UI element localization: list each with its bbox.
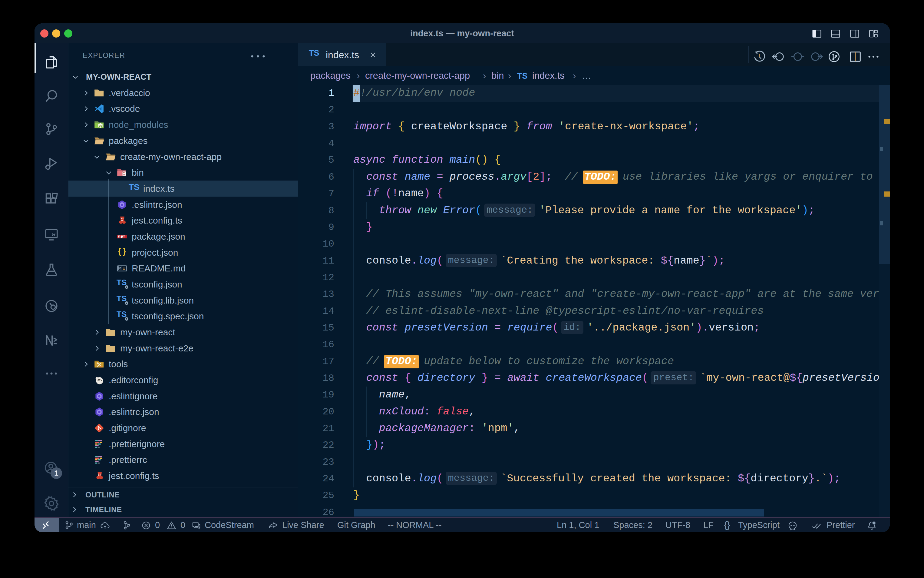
svg-text:JS: JS (99, 123, 102, 127)
svg-text:10: 10 (123, 174, 125, 176)
